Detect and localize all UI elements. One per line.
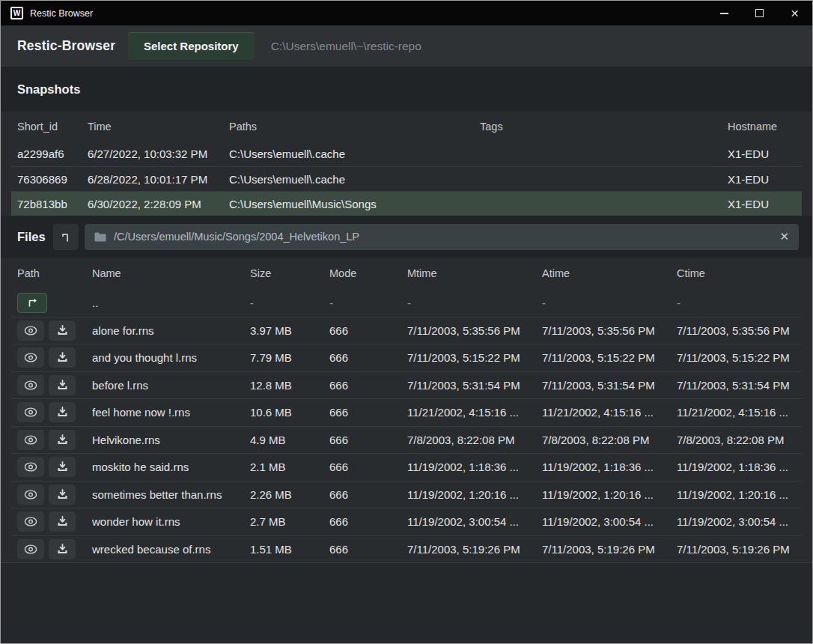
minimize-button[interactable] (707, 1, 742, 25)
download-file-button[interactable] (49, 321, 76, 341)
parent-directory-button[interactable] (53, 224, 79, 250)
eye-icon (24, 326, 37, 335)
snapshot-paths: C:\Users\emuell\Music\Songs (229, 198, 480, 210)
download-file-button[interactable] (49, 375, 76, 395)
files-table-header: Path Name Size Mode Mtime Atime Ctime (1, 258, 812, 289)
download-icon (57, 461, 68, 473)
close-button[interactable]: ✕ (777, 1, 812, 25)
file-actions (17, 430, 92, 450)
file-ctime: - (677, 297, 802, 309)
files-path-bar[interactable]: /C/Users/emuell/Music/Songs/2004_Helveti… (85, 224, 799, 250)
download-file-button[interactable] (49, 402, 76, 422)
files-rows: ..-----alone for.rns3.97 MB6667/11/2003,… (11, 289, 802, 562)
view-file-button[interactable] (17, 511, 44, 532)
file-name: .. (92, 297, 250, 309)
up-right-arrow-icon (27, 297, 38, 308)
file-size: 1.51 MB (250, 543, 329, 556)
download-file-button[interactable] (49, 430, 76, 450)
file-atime: 7/11/2003, 5:31:54 PM (542, 379, 677, 392)
view-file-button[interactable] (17, 457, 44, 477)
download-file-button[interactable] (49, 484, 76, 505)
file-mtime: 11/19/2002, 1:18:36 ... (407, 461, 542, 473)
file-row[interactable]: and you thought l.rns7.79 MB6667/11/2003… (11, 344, 802, 371)
column-header-mtime: Mtime (407, 267, 542, 279)
file-row[interactable]: wonder how it.rns2.7 MB66611/19/2002, 3:… (11, 508, 802, 535)
download-icon (57, 434, 68, 446)
maximize-icon (755, 9, 764, 17)
titlebar: W Restic Browser ✕ (1, 1, 812, 25)
file-actions (17, 484, 92, 505)
download-icon (57, 325, 68, 336)
file-name: feel home now !.rns (92, 406, 250, 419)
maximize-button[interactable] (742, 1, 777, 25)
file-mode: 666 (329, 461, 407, 473)
snapshots-table-header: Short_id Time Paths Tags Hostname (1, 112, 812, 142)
snapshots-table: Short_id Time Paths Tags Hostname a2299a… (1, 112, 812, 216)
file-row[interactable]: before l.rns12.8 MB6667/11/2003, 5:31:54… (11, 371, 802, 399)
file-size: - (250, 297, 329, 309)
files-current-path: /C/Users/emuell/Music/Songs/2004_Helveti… (114, 231, 772, 243)
parent-directory-row[interactable]: ..----- (11, 289, 802, 317)
file-atime: 7/8/2003, 8:22:08 PM (542, 434, 677, 446)
file-ctime: 7/8/2003, 8:22:08 PM (677, 434, 802, 446)
window-controls: ✕ (707, 1, 812, 25)
file-row[interactable]: Helvikone.rns4.9 MB6667/8/2003, 8:22:08 … (11, 426, 802, 454)
view-file-button[interactable] (17, 402, 44, 422)
file-size: 2.1 MB (250, 461, 329, 473)
file-mtime: - (407, 297, 542, 309)
file-actions (17, 293, 92, 313)
snapshot-short-id: a2299af6 (17, 148, 88, 160)
file-ctime: 7/11/2003, 5:19:26 PM (677, 543, 802, 556)
view-file-button[interactable] (17, 484, 44, 505)
snapshot-row[interactable]: 763068696/28/2022, 10:01:17 PMC:\Users\e… (11, 166, 802, 191)
eye-icon (24, 435, 37, 445)
column-header-atime: Atime (542, 267, 677, 279)
file-mode: 666 (329, 434, 407, 446)
file-mode: 666 (329, 379, 407, 392)
snapshot-paths: C:\Users\emuell\.cache (229, 148, 480, 160)
app-header: Restic-Browser Select Repository C:\User… (1, 25, 812, 67)
file-name: moskito he said.rns (92, 461, 250, 473)
snapshot-time: 6/30/2022, 2:28:09 PM (88, 198, 229, 210)
file-name: and you thought l.rns (92, 351, 250, 364)
file-mode: 666 (329, 406, 407, 419)
snapshot-hostname: X1-EDU (728, 198, 802, 210)
file-row[interactable]: feel home now !.rns10.6 MB66611/21/2002,… (11, 398, 802, 426)
download-file-button[interactable] (49, 457, 76, 477)
file-row[interactable]: alone for.rns3.97 MB6667/11/2003, 5:35:5… (11, 317, 802, 344)
file-mtime: 7/11/2003, 5:15:22 PM (407, 351, 542, 364)
file-name: wonder how it.rns (92, 515, 250, 528)
file-size: 10.6 MB (250, 406, 329, 419)
window-title: Restic Browser (30, 8, 707, 19)
file-atime: 7/11/2003, 5:15:22 PM (542, 351, 677, 364)
file-row[interactable]: wrecked because of.rns1.51 MB6667/11/200… (11, 535, 802, 563)
view-file-button[interactable] (17, 321, 44, 341)
file-actions (17, 539, 92, 559)
go-parent-directory-button[interactable] (17, 293, 47, 313)
files-table: Path Name Size Mode Mtime Atime Ctime ..… (1, 258, 812, 562)
view-file-button[interactable] (17, 375, 44, 395)
file-atime: 11/19/2002, 3:00:54 ... (542, 515, 677, 528)
view-file-button[interactable] (17, 430, 44, 450)
file-atime: 11/19/2002, 1:20:16 ... (542, 488, 677, 501)
download-file-button[interactable] (49, 511, 76, 532)
file-actions (17, 511, 92, 532)
view-file-button[interactable] (17, 539, 44, 559)
view-file-button[interactable] (17, 347, 44, 368)
select-repository-button[interactable]: Select Repository (128, 32, 255, 61)
download-file-button[interactable] (49, 539, 76, 559)
snapshot-row[interactable]: a2299af66/27/2022, 10:03:32 PMC:\Users\e… (11, 142, 802, 166)
close-icon: ✕ (791, 8, 800, 19)
download-icon (57, 407, 68, 418)
file-actions (17, 375, 92, 395)
snapshot-row[interactable]: 72b813bb6/30/2022, 2:28:09 PMC:\Users\em… (11, 191, 802, 216)
snapshots-heading: Snapshots (17, 82, 80, 97)
file-row[interactable]: moskito he said.rns2.1 MB66611/19/2002, … (11, 453, 802, 481)
file-mode: 666 (329, 324, 407, 337)
clear-path-button[interactable]: ✕ (772, 230, 789, 243)
eye-icon (24, 544, 37, 554)
download-file-button[interactable] (49, 347, 76, 368)
snapshot-paths: C:\Users\emuell\.cache (229, 173, 480, 186)
folder-icon (94, 232, 106, 242)
file-row[interactable]: sometimes better than.rns2.26 MB66611/19… (11, 481, 802, 508)
